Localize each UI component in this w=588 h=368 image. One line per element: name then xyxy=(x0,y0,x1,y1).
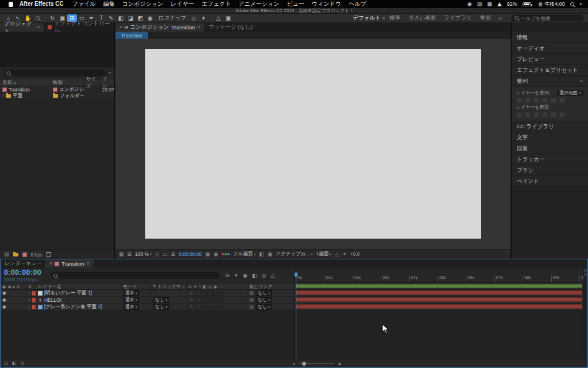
rulers-icon[interactable]: ⊞ xyxy=(127,252,132,257)
track-matte-dropdown[interactable]: なし ▾ xyxy=(153,297,169,303)
toggle-inout-icon[interactable]: ⊙ xyxy=(20,361,24,366)
panel-menu-icon[interactable]: ≡ xyxy=(580,79,583,84)
snap-option2-icon[interactable]: ✦ xyxy=(199,14,208,22)
fast-previews-icon[interactable]: ✦ xyxy=(342,252,347,257)
shy-switch[interactable] xyxy=(218,298,224,302)
panel-paint[interactable]: ペイント xyxy=(512,176,588,187)
column-size[interactable]: サイズ xyxy=(84,79,100,86)
workspace-overflow[interactable]: » xyxy=(499,15,502,21)
transparency-grid-icon[interactable]: ⊞ xyxy=(171,252,176,257)
column-framerate[interactable]: フレ xyxy=(100,79,114,86)
keyboard-status-icon[interactable]: ▦ xyxy=(487,2,492,7)
zoom-slider[interactable] xyxy=(299,363,334,364)
panel-info[interactable]: 情報 xyxy=(512,32,588,43)
parent-dropdown[interactable]: なし ▾ xyxy=(256,304,272,310)
menu-view[interactable]: ビュー xyxy=(287,0,304,8)
panel-menu-icon[interactable]: ≡ xyxy=(37,25,40,30)
time-ruler[interactable]: 0s 01s 02s 03s 04s 05s 06s 07s 08s 09s 1… xyxy=(295,268,587,283)
battery-icon[interactable] xyxy=(523,2,531,6)
column-track-matte[interactable]: T トラックマット xyxy=(151,283,187,289)
label-color-chip[interactable] xyxy=(32,291,36,296)
layer-row-2[interactable]: ◉ › 2 T HELLO! 通常 ▾ xyxy=(1,297,294,304)
zoom-out-mountain-icon[interactable]: ▲ xyxy=(292,362,296,365)
workspace-learn[interactable]: 学習 xyxy=(480,14,491,22)
menu-composition[interactable]: コンポジション xyxy=(122,0,164,8)
zoom-in-mountain-icon[interactable]: ▲ xyxy=(337,361,342,366)
toolbar-extra-icon[interactable]: △ xyxy=(214,14,223,22)
toggle-transfer-icon[interactable]: ◧ xyxy=(12,361,17,366)
timeline-scrollbar[interactable] xyxy=(584,273,587,276)
twirl-icon[interactable]: › xyxy=(29,298,30,302)
snap-option-icon[interactable]: ◇ xyxy=(189,14,199,22)
graph-editor-icon[interactable]: △ xyxy=(270,273,274,278)
tab-project[interactable]: プロジェクト ≡ xyxy=(0,23,44,32)
twirl-icon[interactable]: › xyxy=(2,94,4,98)
tab-effect-controls[interactable]: エフェクトコントロール xyxy=(44,23,114,32)
layer-name[interactable]: [明るいグレー 平面 1] xyxy=(44,290,92,296)
panel-brushes[interactable]: ブラシ xyxy=(512,165,588,176)
panel-tracker[interactable]: トラッカー xyxy=(512,154,588,165)
align-bottom-button[interactable] xyxy=(559,98,565,103)
align-to-dropdown[interactable]: 選択範囲 ▾ xyxy=(557,90,583,96)
control-center-icon[interactable]: ≡ xyxy=(579,2,582,7)
workspace-libraries[interactable]: ライブラリ xyxy=(444,14,472,22)
work-area-bar[interactable] xyxy=(296,284,582,288)
cti-handle[interactable] xyxy=(295,273,297,277)
panel-character[interactable]: 文字 xyxy=(512,132,588,143)
quality-dropdown[interactable]: フル画質 ▾ xyxy=(233,251,256,258)
workspace-standard[interactable]: 標準 xyxy=(389,14,400,22)
align-vcenter-button[interactable] xyxy=(551,98,556,103)
menu-animation[interactable]: アニメーション xyxy=(238,0,279,8)
twirl-icon[interactable]: › xyxy=(29,291,30,296)
current-time-indicator[interactable] xyxy=(296,273,296,359)
eye-icon[interactable]: ◉ xyxy=(2,298,6,302)
layer-duration-bar[interactable] xyxy=(296,304,582,309)
eye-icon[interactable]: ◉ xyxy=(2,305,6,309)
blend-mode-dropdown[interactable]: 通常 ▾ xyxy=(123,304,140,310)
region-of-interest-icon[interactable]: ▭ xyxy=(163,252,168,257)
distribute-top-button[interactable] xyxy=(516,112,522,117)
pixel-aspect-icon[interactable]: △ xyxy=(335,252,339,257)
quality-switch[interactable]: ⊙ xyxy=(188,305,194,309)
distribute-left-button[interactable] xyxy=(542,112,548,117)
distribute-hcenter-button[interactable] xyxy=(551,112,556,117)
puppet-pin-tool[interactable]: ◉ xyxy=(145,14,155,22)
project-row-folder[interactable]: › 平面 フォルダー xyxy=(0,93,114,99)
timeline-search-field[interactable] xyxy=(51,272,220,279)
panel-paragraph[interactable]: 段落 xyxy=(512,143,588,154)
workspace-default[interactable]: デフォルト xyxy=(353,14,381,22)
snap-checkbox[interactable] xyxy=(159,16,163,20)
layer-name[interactable]: HELLO! xyxy=(44,297,61,303)
fx-switch[interactable]: ∖ xyxy=(196,298,202,302)
new-folder-icon[interactable] xyxy=(13,253,18,256)
menu-layer[interactable]: レイヤー xyxy=(171,0,194,8)
menu-effect[interactable]: エフェクト xyxy=(202,0,231,8)
guides-icon[interactable]: ◧ xyxy=(259,252,264,257)
menubar-app-name[interactable]: After Effects CC xyxy=(20,0,64,8)
menubar-clock[interactable]: 金 午後4:00 xyxy=(538,0,565,8)
layer-row-3[interactable]: ◉ › 3 [グレー系シアン青 平面 1] 通常 ▾ xyxy=(1,304,294,310)
draft-3d-icon[interactable]: ✦ xyxy=(234,273,239,278)
motion-blur-icon[interactable]: ◎ xyxy=(261,273,266,278)
magnification-dropdown[interactable]: 100 % ▾ xyxy=(135,251,152,257)
align-left-button[interactable] xyxy=(516,98,522,103)
exposure-value[interactable]: +0.0 xyxy=(350,251,360,257)
shy-switch[interactable] xyxy=(218,291,224,296)
zoom-slider-knob[interactable] xyxy=(302,362,306,366)
column-layer-name[interactable]: レイヤー名 xyxy=(36,283,121,289)
eye-icon[interactable]: ◉ xyxy=(2,291,6,296)
quality-switch[interactable]: ⊙ xyxy=(188,291,194,296)
quality-switch[interactable]: ⊙ xyxy=(188,298,194,302)
shy-switch[interactable] xyxy=(218,305,224,309)
distribute-vcenter-button[interactable] xyxy=(525,112,531,117)
distribute-right-button[interactable] xyxy=(559,112,565,117)
layer-duration-bar[interactable] xyxy=(296,290,582,295)
track-matte-dropdown[interactable]: なし ▾ xyxy=(153,304,169,310)
column-type[interactable]: 種類 xyxy=(51,79,84,86)
fx-switch[interactable]: ∖ xyxy=(196,305,202,309)
new-composition-icon[interactable] xyxy=(22,252,27,257)
panel-menu-icon[interactable]: ≡ xyxy=(87,261,90,266)
clone-stamp-tool[interactable]: ◧ xyxy=(116,14,126,22)
workspace-menu-icon[interactable]: ≡ xyxy=(382,16,385,21)
align-right-button[interactable] xyxy=(533,98,539,103)
